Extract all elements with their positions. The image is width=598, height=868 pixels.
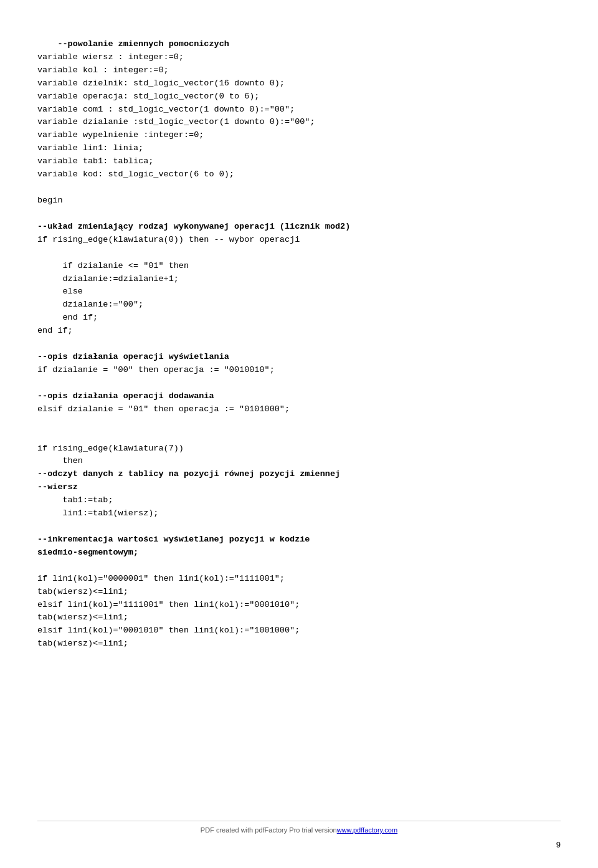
- line-2: variable wiersz : integer:=0;: [37, 52, 184, 62]
- line-23: tab1:=tab;: [37, 495, 113, 505]
- line-21: if rising_edge(klawiatura(7)): [37, 444, 184, 453]
- line-comment-4: --odczyt danych z tablicy na pozycji rów…: [37, 469, 340, 479]
- line-15: else: [37, 287, 83, 296]
- page-number: 9: [556, 840, 561, 849]
- line-comment-6: --inkrementacja wartości wyświetlanej po…: [37, 535, 310, 544]
- line-24: lin1:=tab1(wiersz);: [37, 508, 158, 518]
- line-26: tab(wiersz)<=lin1;: [37, 587, 128, 596]
- line-16: dzialanie:="00";: [37, 300, 143, 309]
- line-7: variable dzialanie :std_logic_vector(1 d…: [37, 117, 315, 126]
- line-29: elsif lin1(kol)="0001010" then lin1(kol)…: [37, 626, 300, 635]
- footer-link[interactable]: www.pdffactory.com: [337, 826, 397, 834]
- code-block: --powolanie zmiennych pomocniczych varia…: [37, 25, 561, 664]
- line-27: elsif lin1(kol)="1111001" then lin1(kol)…: [37, 600, 300, 609]
- line-1: --powolanie zmiennych pomocniczych: [57, 39, 229, 49]
- line-begin: begin: [37, 196, 63, 205]
- line-28: tab(wiersz)<=lin1;: [37, 613, 128, 622]
- line-25: if lin1(kol)="0000001" then lin1(kol):="…: [37, 574, 285, 583]
- line-19: if dzialanie = "00" then operacja := "00…: [37, 365, 275, 374]
- line-comment-1: --układ zmieniający rodzaj wykonywanej o…: [37, 222, 350, 231]
- line-18: end if;: [37, 326, 73, 335]
- line-5: variable operacja: std_logic_vector(0 to…: [37, 92, 259, 101]
- page-container: --powolanie zmiennych pomocniczych varia…: [0, 0, 598, 868]
- line-3: variable kol : integer:=0;: [37, 65, 169, 75]
- line-6: variable com1 : std_logic_vector(1 downt…: [37, 105, 295, 114]
- line-10: variable tab1: tablica;: [37, 156, 153, 166]
- line-14: dzialanie:=dzialanie+1;: [37, 274, 179, 284]
- line-30: tab(wiersz)<=lin1;: [37, 639, 128, 648]
- footer-text: PDF created with pdfFactory Pro trial ve…: [201, 826, 337, 834]
- line-4: variable dzielnik: std_logic_vector(16 d…: [37, 79, 285, 88]
- line-17: end if;: [37, 313, 98, 322]
- line-8: variable wypelnienie :integer:=0;: [37, 130, 204, 140]
- line-12: if rising_edge(klawiatura(0)) then -- wy…: [37, 235, 300, 244]
- footer-bar: PDF created with pdfFactory Pro trial ve…: [37, 821, 561, 834]
- line-comment-5: --wiersz: [37, 482, 78, 492]
- line-20: elsif dzialanie = "01" then operacja := …: [37, 404, 290, 414]
- line-11: variable kod: std_logic_vector(6 to 0);: [37, 169, 234, 179]
- line-22: then: [37, 456, 83, 465]
- line-comment-3: --opis działania operacji dodawania: [37, 391, 214, 401]
- line-9: variable lin1: linia;: [37, 143, 143, 153]
- line-comment-7: siedmio-segmentowym;: [37, 548, 138, 557]
- line-comment-2: --opis działania operacji wyświetlania: [37, 352, 229, 361]
- line-13: if dzialanie <= "01" then: [37, 261, 189, 270]
